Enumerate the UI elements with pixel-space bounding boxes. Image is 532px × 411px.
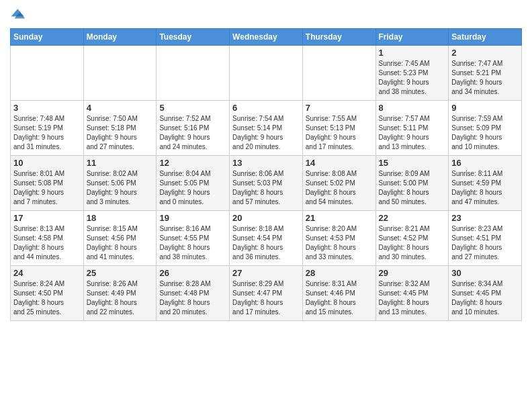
day-header: Saturday bbox=[449, 29, 522, 46]
calendar-cell: 20Sunrise: 8:18 AMSunset: 4:54 PMDayligh… bbox=[230, 211, 303, 266]
day-header: Wednesday bbox=[230, 29, 303, 46]
day-info: Sunrise: 7:48 AMSunset: 5:19 PMDaylight:… bbox=[13, 114, 81, 152]
day-info: Sunrise: 8:08 AMSunset: 5:02 PMDaylight:… bbox=[306, 169, 373, 207]
calendar-cell: 2Sunrise: 7:47 AMSunset: 5:21 PMDaylight… bbox=[449, 46, 522, 101]
day-info: Sunrise: 7:45 AMSunset: 5:23 PMDaylight:… bbox=[379, 59, 446, 97]
day-header: Tuesday bbox=[157, 29, 230, 46]
day-info: Sunrise: 7:55 AMSunset: 5:13 PMDaylight:… bbox=[306, 114, 373, 152]
day-info: Sunrise: 8:20 AMSunset: 4:53 PMDaylight:… bbox=[306, 224, 373, 262]
header-row: SundayMondayTuesdayWednesdayThursdayFrid… bbox=[11, 29, 522, 46]
page-header bbox=[10, 7, 522, 23]
calendar-cell: 14Sunrise: 8:08 AMSunset: 5:02 PMDayligh… bbox=[302, 156, 375, 211]
calendar-cell: 6Sunrise: 7:54 AMSunset: 5:14 PMDaylight… bbox=[230, 101, 303, 156]
day-info: Sunrise: 8:18 AMSunset: 4:54 PMDaylight:… bbox=[232, 224, 300, 262]
day-info: Sunrise: 8:23 AMSunset: 4:51 PMDaylight:… bbox=[451, 224, 519, 262]
calendar-week-row: 3Sunrise: 7:48 AMSunset: 5:19 PMDaylight… bbox=[11, 101, 522, 156]
calendar-cell: 19Sunrise: 8:16 AMSunset: 4:55 PMDayligh… bbox=[157, 211, 230, 266]
calendar-cell: 28Sunrise: 8:31 AMSunset: 4:46 PMDayligh… bbox=[302, 266, 375, 321]
calendar-cell: 9Sunrise: 7:59 AMSunset: 5:09 PMDaylight… bbox=[449, 101, 522, 156]
calendar-cell: 21Sunrise: 8:20 AMSunset: 4:53 PMDayligh… bbox=[302, 211, 375, 266]
day-number: 30 bbox=[451, 268, 519, 278]
day-number: 6 bbox=[232, 103, 300, 113]
day-info: Sunrise: 8:29 AMSunset: 4:47 PMDaylight:… bbox=[232, 279, 300, 317]
day-info: Sunrise: 8:09 AMSunset: 5:00 PMDaylight:… bbox=[379, 169, 446, 207]
day-number: 3 bbox=[13, 103, 81, 113]
calendar-cell: 12Sunrise: 8:04 AMSunset: 5:05 PMDayligh… bbox=[157, 156, 230, 211]
calendar-cell: 22Sunrise: 8:21 AMSunset: 4:52 PMDayligh… bbox=[375, 211, 449, 266]
day-number: 27 bbox=[232, 268, 300, 278]
day-header: Sunday bbox=[11, 29, 84, 46]
day-number: 21 bbox=[306, 213, 373, 223]
calendar-week-row: 24Sunrise: 8:24 AMSunset: 4:50 PMDayligh… bbox=[11, 266, 522, 321]
day-number: 7 bbox=[306, 103, 373, 113]
day-number: 12 bbox=[159, 158, 226, 168]
day-number: 17 bbox=[13, 213, 81, 223]
day-number: 10 bbox=[13, 158, 81, 168]
calendar-cell: 18Sunrise: 8:15 AMSunset: 4:56 PMDayligh… bbox=[83, 211, 157, 266]
calendar-cell: 15Sunrise: 8:09 AMSunset: 5:00 PMDayligh… bbox=[375, 156, 449, 211]
calendar-cell: 23Sunrise: 8:23 AMSunset: 4:51 PMDayligh… bbox=[449, 211, 522, 266]
day-number: 19 bbox=[159, 213, 226, 223]
day-number: 22 bbox=[379, 213, 446, 223]
day-number: 2 bbox=[451, 48, 519, 58]
calendar-week-row: 1Sunrise: 7:45 AMSunset: 5:23 PMDaylight… bbox=[11, 46, 522, 101]
day-info: Sunrise: 8:34 AMSunset: 4:45 PMDaylight:… bbox=[451, 279, 519, 317]
day-header: Friday bbox=[375, 29, 449, 46]
day-info: Sunrise: 8:02 AMSunset: 5:06 PMDaylight:… bbox=[87, 169, 154, 207]
day-info: Sunrise: 8:06 AMSunset: 5:03 PMDaylight:… bbox=[232, 169, 300, 207]
day-info: Sunrise: 8:28 AMSunset: 4:48 PMDaylight:… bbox=[159, 279, 226, 317]
calendar-cell: 11Sunrise: 8:02 AMSunset: 5:06 PMDayligh… bbox=[83, 156, 157, 211]
calendar-cell bbox=[302, 46, 375, 101]
day-info: Sunrise: 7:57 AMSunset: 5:11 PMDaylight:… bbox=[379, 114, 446, 152]
day-info: Sunrise: 8:26 AMSunset: 4:49 PMDaylight:… bbox=[87, 279, 154, 317]
day-info: Sunrise: 7:59 AMSunset: 5:09 PMDaylight:… bbox=[451, 114, 519, 152]
calendar-cell bbox=[11, 46, 84, 101]
day-number: 13 bbox=[232, 158, 300, 168]
day-number: 18 bbox=[87, 213, 154, 223]
day-number: 5 bbox=[159, 103, 226, 113]
calendar-cell: 25Sunrise: 8:26 AMSunset: 4:49 PMDayligh… bbox=[83, 266, 157, 321]
calendar-cell: 3Sunrise: 7:48 AMSunset: 5:19 PMDaylight… bbox=[11, 101, 84, 156]
calendar-cell: 7Sunrise: 7:55 AMSunset: 5:13 PMDaylight… bbox=[302, 101, 375, 156]
calendar-cell: 29Sunrise: 8:32 AMSunset: 4:45 PMDayligh… bbox=[375, 266, 449, 321]
day-number: 29 bbox=[379, 268, 446, 278]
day-header: Monday bbox=[83, 29, 157, 46]
calendar-cell: 1Sunrise: 7:45 AMSunset: 5:23 PMDaylight… bbox=[375, 46, 449, 101]
calendar-table: SundayMondayTuesdayWednesdayThursdayFrid… bbox=[10, 28, 522, 321]
logo-icon bbox=[10, 7, 26, 23]
day-header: Thursday bbox=[302, 29, 375, 46]
day-number: 24 bbox=[13, 268, 81, 278]
day-number: 28 bbox=[306, 268, 373, 278]
calendar-cell: 30Sunrise: 8:34 AMSunset: 4:45 PMDayligh… bbox=[449, 266, 522, 321]
day-number: 9 bbox=[451, 103, 519, 113]
day-number: 26 bbox=[159, 268, 226, 278]
calendar-cell: 4Sunrise: 7:50 AMSunset: 5:18 PMDaylight… bbox=[83, 101, 157, 156]
day-number: 16 bbox=[451, 158, 519, 168]
day-number: 4 bbox=[87, 103, 154, 113]
day-number: 14 bbox=[306, 158, 373, 168]
calendar-cell: 26Sunrise: 8:28 AMSunset: 4:48 PMDayligh… bbox=[157, 266, 230, 321]
day-info: Sunrise: 8:15 AMSunset: 4:56 PMDaylight:… bbox=[87, 224, 154, 262]
day-info: Sunrise: 8:04 AMSunset: 5:05 PMDaylight:… bbox=[159, 169, 226, 207]
calendar-week-row: 10Sunrise: 8:01 AMSunset: 5:08 PMDayligh… bbox=[11, 156, 522, 211]
calendar-cell: 5Sunrise: 7:52 AMSunset: 5:16 PMDaylight… bbox=[157, 101, 230, 156]
calendar-cell: 16Sunrise: 8:11 AMSunset: 4:59 PMDayligh… bbox=[449, 156, 522, 211]
day-info: Sunrise: 8:16 AMSunset: 4:55 PMDaylight:… bbox=[159, 224, 226, 262]
main-container: SundayMondayTuesdayWednesdayThursdayFrid… bbox=[0, 0, 532, 324]
logo bbox=[10, 7, 29, 23]
day-number: 1 bbox=[379, 48, 446, 58]
calendar-cell bbox=[230, 46, 303, 101]
day-info: Sunrise: 8:24 AMSunset: 4:50 PMDaylight:… bbox=[13, 279, 81, 317]
calendar-cell bbox=[83, 46, 157, 101]
calendar-cell: 17Sunrise: 8:13 AMSunset: 4:58 PMDayligh… bbox=[11, 211, 84, 266]
calendar-cell: 10Sunrise: 8:01 AMSunset: 5:08 PMDayligh… bbox=[11, 156, 84, 211]
day-info: Sunrise: 7:47 AMSunset: 5:21 PMDaylight:… bbox=[451, 59, 519, 97]
calendar-cell: 27Sunrise: 8:29 AMSunset: 4:47 PMDayligh… bbox=[230, 266, 303, 321]
day-info: Sunrise: 7:54 AMSunset: 5:14 PMDaylight:… bbox=[232, 114, 300, 152]
calendar-cell bbox=[157, 46, 230, 101]
day-number: 23 bbox=[451, 213, 519, 223]
calendar-week-row: 17Sunrise: 8:13 AMSunset: 4:58 PMDayligh… bbox=[11, 211, 522, 266]
day-info: Sunrise: 8:13 AMSunset: 4:58 PMDaylight:… bbox=[13, 224, 81, 262]
calendar-cell: 8Sunrise: 7:57 AMSunset: 5:11 PMDaylight… bbox=[375, 101, 449, 156]
day-info: Sunrise: 8:01 AMSunset: 5:08 PMDaylight:… bbox=[13, 169, 81, 207]
